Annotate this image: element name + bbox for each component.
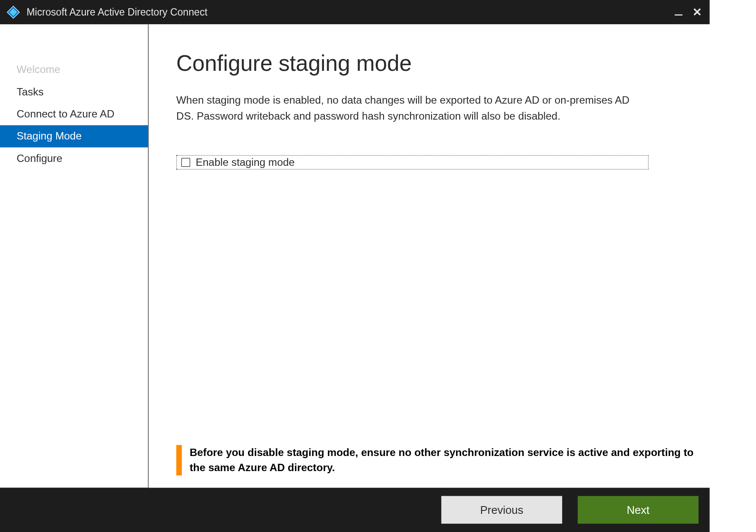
- window-controls: ✕: [675, 6, 705, 18]
- window-title: Microsoft Azure Active Directory Connect: [27, 6, 675, 18]
- enable-staging-label[interactable]: Enable staging mode: [196, 156, 295, 168]
- page-description: When staging mode is enabled, no data ch…: [176, 92, 648, 124]
- main-panel: Configure staging mode When staging mode…: [149, 24, 710, 488]
- titlebar: Microsoft Azure Active Directory Connect…: [0, 0, 710, 24]
- sidebar-item-label: Staging Mode: [16, 130, 81, 142]
- app-window: Microsoft Azure Active Directory Connect…: [0, 0, 710, 532]
- sidebar-item-connect-azure-ad[interactable]: Connect to Azure AD: [0, 103, 148, 125]
- azure-logo-icon: [6, 6, 20, 19]
- sidebar-item-welcome[interactable]: Welcome: [0, 59, 148, 81]
- next-button[interactable]: Next: [578, 496, 699, 524]
- sidebar-item-label: Connect to Azure AD: [16, 108, 114, 120]
- close-icon[interactable]: ✕: [692, 6, 702, 18]
- page-title: Configure staging mode: [176, 51, 648, 76]
- enable-staging-checkbox-container[interactable]: Enable staging mode: [176, 155, 648, 169]
- minimize-icon[interactable]: [675, 14, 683, 16]
- sidebar-item-configure[interactable]: Configure: [0, 147, 148, 169]
- sidebar-item-label: Welcome: [16, 64, 60, 76]
- sidebar: Welcome Tasks Connect to Azure AD Stagin…: [0, 24, 149, 488]
- sidebar-item-label: Tasks: [16, 86, 43, 98]
- warning-bar-icon: [176, 445, 182, 475]
- footer: Previous Next: [0, 488, 710, 532]
- warning-banner: Before you disable staging mode, ensure …: [176, 445, 703, 475]
- sidebar-item-staging-mode[interactable]: Staging Mode: [0, 125, 148, 147]
- enable-staging-checkbox[interactable]: [181, 158, 191, 167]
- sidebar-item-label: Configure: [16, 152, 62, 165]
- body-area: Welcome Tasks Connect to Azure AD Stagin…: [0, 24, 710, 488]
- warning-text: Before you disable staging mode, ensure …: [190, 445, 703, 475]
- previous-button[interactable]: Previous: [442, 496, 562, 524]
- sidebar-item-tasks[interactable]: Tasks: [0, 81, 148, 103]
